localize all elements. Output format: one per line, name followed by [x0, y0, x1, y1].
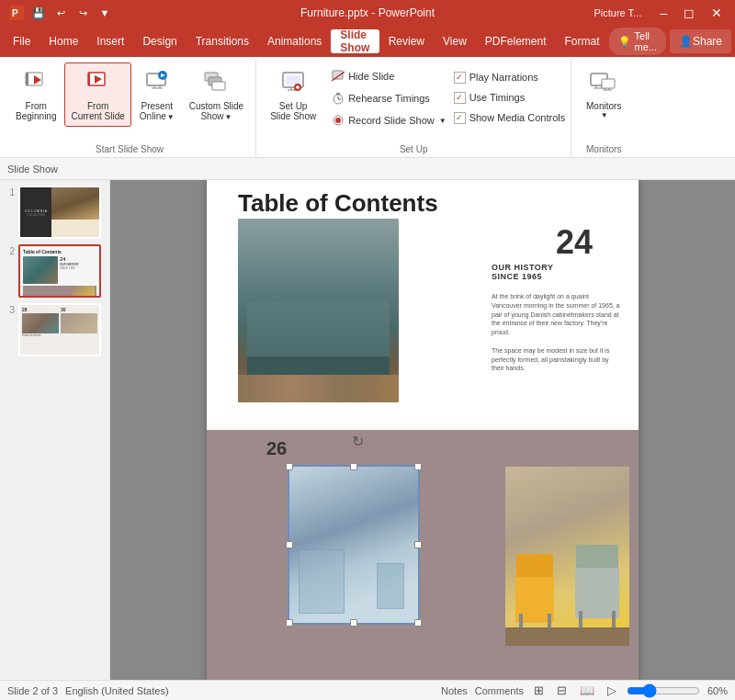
- custom-slide-show-label: Custom SlideShow▼: [189, 101, 243, 121]
- menu-pdfelement[interactable]: PDFelement: [476, 29, 556, 53]
- handle-bottom-mid[interactable]: [350, 619, 357, 627]
- inner-image-content: [289, 467, 418, 623]
- menu-transitions[interactable]: Transitions: [187, 29, 258, 53]
- use-timings-label: Use Timings: [469, 92, 526, 103]
- redo-button[interactable]: ↪: [74, 4, 92, 22]
- handle-mid-left[interactable]: [286, 541, 293, 548]
- canvas-area: Table of Contents 24 OUR HISTORYSINCE 19…: [110, 180, 735, 680]
- main-area: 1 COLUMBIA COLLECTION 2 Tab: [0, 180, 735, 680]
- play-narrations-label: Play Narrations: [469, 72, 538, 83]
- tell-me-box[interactable]: 💡 Tell me...: [609, 28, 666, 55]
- menu-insert[interactable]: Insert: [87, 29, 133, 53]
- setup-slideshow-label: Set UpSlide Show: [270, 101, 316, 121]
- record-slideshow-icon: [332, 114, 345, 127]
- slideshow-view-button[interactable]: ▷: [605, 683, 619, 697]
- monitors-dropdown-arrow: ▼: [601, 111, 608, 119]
- reading-view-button[interactable]: 📖: [577, 683, 597, 697]
- slide-sorter-button[interactable]: ⊟: [554, 683, 570, 697]
- slide-panel: 1 COLUMBIA COLLECTION 2 Tab: [0, 180, 110, 680]
- custom-slide-show-button[interactable]: Custom SlideShow▼: [183, 62, 250, 127]
- normal-view-button[interactable]: ⊞: [531, 683, 547, 697]
- slide-canvas[interactable]: Table of Contents 24 OUR HISTORYSINCE 19…: [207, 180, 639, 680]
- slide-img-3[interactable]: 28 Some text here 30: [18, 303, 101, 356]
- use-timings-row[interactable]: ✓ Use Timings: [454, 88, 526, 107]
- play-narrations-row[interactable]: ✓ Play Narrations: [454, 68, 538, 86]
- comments-button[interactable]: Comments: [475, 685, 524, 696]
- image-selection[interactable]: [288, 465, 420, 625]
- window-title: Furniture.pptx - PowerPoint: [300, 6, 435, 19]
- svg-rect-4: [26, 73, 28, 85]
- zoom-level: 60%: [707, 685, 728, 696]
- hide-slide-icon: [332, 70, 345, 83]
- menu-home[interactable]: Home: [40, 29, 87, 53]
- menu-bar-right: 💡 Tell me... 👤 Share: [609, 28, 731, 55]
- monitors-label: Monitors: [586, 101, 621, 111]
- restore-button[interactable]: ◻: [678, 4, 700, 22]
- menu-review[interactable]: Review: [379, 29, 434, 53]
- svg-rect-14: [212, 82, 225, 90]
- slide-number-24: 24: [556, 223, 593, 262]
- menu-format[interactable]: Format: [556, 29, 609, 53]
- thumb1-right: [51, 187, 99, 237]
- hide-slide-button[interactable]: Hide Slide: [326, 66, 400, 86]
- handle-bottom-left[interactable]: [286, 619, 293, 627]
- menu-design[interactable]: Design: [133, 29, 186, 53]
- play-narrations-checkbox[interactable]: ✓: [454, 72, 466, 84]
- handle-top-left[interactable]: [286, 463, 293, 470]
- svg-rect-7: [88, 73, 90, 85]
- thumb1-chair-area: [51, 187, 99, 220]
- ribbon-group-setup: Set UpSlide Show Hide Slide Rehearse Tim…: [256, 59, 571, 157]
- use-timings-checkbox[interactable]: ✓: [454, 92, 466, 104]
- present-online-label: PresentOnline▼: [140, 101, 175, 121]
- notes-button[interactable]: Notes: [441, 685, 468, 696]
- menu-slideshow[interactable]: Slide Show: [331, 29, 379, 53]
- handle-top-right[interactable]: [414, 463, 422, 470]
- share-button[interactable]: 👤 Share: [670, 29, 731, 53]
- rehearse-timings-button[interactable]: Rehearse Timings: [326, 88, 435, 108]
- slide-thumb-1[interactable]: 1 COLUMBIA COLLECTION: [4, 186, 106, 239]
- close-button[interactable]: ✕: [706, 4, 728, 22]
- minimize-button[interactable]: –: [654, 4, 673, 22]
- slide-thumb-2[interactable]: 2 Table of Contents 24 OUR HISTORY SINCE…: [4, 244, 106, 298]
- svg-text:P: P: [12, 8, 18, 18]
- menu-view[interactable]: View: [434, 29, 476, 53]
- sofa-visual: [238, 219, 399, 402]
- save-button[interactable]: 💾: [29, 4, 48, 22]
- present-online-icon: [144, 68, 170, 99]
- show-media-controls-checkbox[interactable]: ✓: [454, 112, 466, 124]
- handle-top-mid[interactable]: [350, 463, 357, 470]
- menu-animations[interactable]: Animations: [258, 29, 331, 53]
- powerpoint-logo: P: [7, 4, 26, 22]
- slide-bottom-section: 26 ↻: [207, 430, 639, 680]
- svg-rect-20: [286, 75, 300, 85]
- monitors-buttons: Monitors ▼: [577, 59, 630, 144]
- monitors-icon: [589, 70, 618, 101]
- handle-mid-right[interactable]: [414, 541, 422, 548]
- from-current-button[interactable]: FromCurrent Slide: [64, 62, 130, 127]
- title-bar: P 💾 ↩ ↪ ▼ Furniture.pptx - PowerPoint Pi…: [0, 0, 735, 26]
- present-online-button[interactable]: PresentOnline▼: [133, 62, 181, 127]
- setup-slideshow-button[interactable]: Set UpSlide Show: [262, 62, 324, 127]
- customize-button[interactable]: ▼: [96, 4, 114, 22]
- breadcrumb-label: Slide Show: [7, 164, 58, 175]
- show-media-controls-row[interactable]: ✓ Show Media Controls: [454, 108, 566, 127]
- record-slide-show-label: Record Slide Show: [348, 115, 435, 126]
- handle-bottom-right[interactable]: [414, 619, 422, 627]
- from-beginning-button[interactable]: FromBeginning: [9, 62, 62, 127]
- undo-button[interactable]: ↩: [51, 4, 70, 22]
- menu-file[interactable]: File: [4, 29, 40, 53]
- record-slide-show-button[interactable]: Record Slide Show ▼: [326, 110, 451, 130]
- rotate-icon: ↻: [352, 433, 364, 450]
- monitors-group-label: Monitors: [577, 144, 630, 157]
- from-beginning-icon: [23, 68, 49, 99]
- hide-slide-label: Hide Slide: [348, 71, 394, 82]
- slide-img-2[interactable]: Table of Contents 24 OUR HISTORY SINCE 1…: [18, 244, 101, 298]
- slide-thumb-3[interactable]: 3 28 Some text here 30: [4, 303, 106, 356]
- setup-right-col: Hide Slide Rehearse Timings Record Slide…: [326, 62, 451, 130]
- zoom-slider[interactable]: [627, 683, 700, 698]
- slide-img-1[interactable]: COLUMBIA COLLECTION: [18, 186, 101, 239]
- chairs-image: [505, 467, 629, 646]
- ribbon-group-monitors: Monitors ▼ Monitors: [571, 59, 636, 157]
- title-bar-controls: Picture T... – ◻ ✕: [594, 4, 728, 22]
- monitors-button[interactable]: Monitors ▼: [577, 62, 630, 127]
